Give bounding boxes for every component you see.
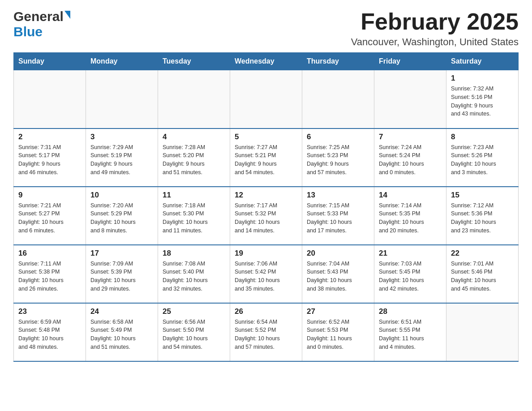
calendar-cell: 7Sunrise: 7:24 AM Sunset: 5:24 PM Daylig… (374, 128, 446, 187)
calendar-cell: 26Sunrise: 6:54 AM Sunset: 5:52 PM Dayli… (230, 303, 302, 361)
day-info: Sunrise: 7:01 AM Sunset: 5:46 PM Dayligh… (451, 260, 514, 293)
calendar-cell (14, 70, 86, 128)
calendar-cell: 5Sunrise: 7:27 AM Sunset: 5:21 PM Daylig… (230, 128, 302, 187)
calendar-week-row: 23Sunrise: 6:59 AM Sunset: 5:48 PM Dayli… (14, 303, 519, 361)
day-info: Sunrise: 6:58 AM Sunset: 5:49 PM Dayligh… (90, 318, 153, 351)
calendar-week-row: 2Sunrise: 7:31 AM Sunset: 5:17 PM Daylig… (14, 128, 519, 187)
title-block: February 2025 Vancouver, Washington, Uni… (351, 9, 519, 48)
day-info: Sunrise: 7:08 AM Sunset: 5:40 PM Dayligh… (163, 260, 225, 293)
day-info: Sunrise: 7:09 AM Sunset: 5:39 PM Dayligh… (90, 260, 153, 293)
calendar-cell: 19Sunrise: 7:06 AM Sunset: 5:42 PM Dayli… (230, 245, 302, 303)
day-number: 25 (163, 307, 225, 316)
day-info: Sunrise: 6:54 AM Sunset: 5:52 PM Dayligh… (235, 318, 297, 351)
weekday-header-row: SundayMondayTuesdayWednesdayThursdayFrid… (14, 53, 519, 70)
day-number: 12 (235, 191, 297, 200)
day-number: 1 (451, 74, 514, 83)
day-info: Sunrise: 7:20 AM Sunset: 5:29 PM Dayligh… (90, 201, 153, 235)
day-info: Sunrise: 7:18 AM Sunset: 5:30 PM Dayligh… (163, 201, 225, 235)
weekday-header-friday: Friday (374, 53, 446, 70)
day-number: 13 (307, 191, 369, 200)
day-number: 27 (307, 307, 369, 316)
day-number: 7 (379, 133, 442, 141)
calendar-table: SundayMondayTuesdayWednesdayThursdayFrid… (13, 52, 519, 362)
month-title: February 2025 (351, 9, 519, 34)
day-info: Sunrise: 6:51 AM Sunset: 5:55 PM Dayligh… (379, 318, 442, 351)
calendar-cell: 18Sunrise: 7:08 AM Sunset: 5:40 PM Dayli… (158, 245, 230, 303)
calendar-cell: 25Sunrise: 6:56 AM Sunset: 5:50 PM Dayli… (158, 303, 230, 361)
calendar-cell: 10Sunrise: 7:20 AM Sunset: 5:29 PM Dayli… (86, 187, 158, 245)
day-info: Sunrise: 7:31 AM Sunset: 5:17 PM Dayligh… (18, 143, 81, 177)
calendar-cell: 14Sunrise: 7:14 AM Sunset: 5:35 PM Dayli… (374, 187, 446, 245)
calendar-cell: 13Sunrise: 7:15 AM Sunset: 5:33 PM Dayli… (302, 187, 374, 245)
day-info: Sunrise: 7:06 AM Sunset: 5:42 PM Dayligh… (235, 260, 297, 293)
calendar-cell: 28Sunrise: 6:51 AM Sunset: 5:55 PM Dayli… (374, 303, 446, 361)
calendar-cell: 6Sunrise: 7:25 AM Sunset: 5:23 PM Daylig… (302, 128, 374, 187)
calendar-cell: 4Sunrise: 7:28 AM Sunset: 5:20 PM Daylig… (158, 128, 230, 187)
calendar-cell: 16Sunrise: 7:11 AM Sunset: 5:38 PM Dayli… (14, 245, 86, 303)
day-info: Sunrise: 7:25 AM Sunset: 5:23 PM Dayligh… (307, 143, 369, 177)
day-number: 5 (235, 133, 297, 141)
day-info: Sunrise: 7:11 AM Sunset: 5:38 PM Dayligh… (18, 260, 81, 293)
day-number: 10 (90, 191, 153, 200)
calendar-cell: 2Sunrise: 7:31 AM Sunset: 5:17 PM Daylig… (14, 128, 86, 187)
calendar-cell: 3Sunrise: 7:29 AM Sunset: 5:19 PM Daylig… (86, 128, 158, 187)
day-number: 21 (379, 249, 442, 258)
calendar-cell: 23Sunrise: 6:59 AM Sunset: 5:48 PM Dayli… (14, 303, 86, 361)
day-number: 4 (163, 133, 225, 141)
day-number: 3 (90, 133, 153, 141)
day-number: 20 (307, 249, 369, 258)
calendar-cell (86, 70, 158, 128)
page-header: General Blue February 2025 Vancouver, Wa… (13, 9, 519, 48)
calendar-cell (230, 70, 302, 128)
calendar-cell (302, 70, 374, 128)
logo: General Blue (13, 9, 70, 39)
day-number: 18 (163, 249, 225, 258)
day-info: Sunrise: 7:12 AM Sunset: 5:36 PM Dayligh… (451, 201, 514, 235)
day-number: 9 (18, 191, 81, 200)
day-info: Sunrise: 7:24 AM Sunset: 5:24 PM Dayligh… (379, 143, 442, 177)
day-number: 28 (379, 307, 442, 316)
weekday-header-wednesday: Wednesday (230, 53, 302, 70)
weekday-header-tuesday: Tuesday (158, 53, 230, 70)
day-info: Sunrise: 7:23 AM Sunset: 5:26 PM Dayligh… (451, 143, 514, 177)
day-info: Sunrise: 6:56 AM Sunset: 5:50 PM Dayligh… (163, 318, 225, 351)
calendar-cell: 1Sunrise: 7:32 AM Sunset: 5:16 PM Daylig… (446, 70, 519, 128)
weekday-header-sunday: Sunday (14, 53, 86, 70)
day-info: Sunrise: 7:15 AM Sunset: 5:33 PM Dayligh… (307, 201, 369, 235)
day-info: Sunrise: 6:59 AM Sunset: 5:48 PM Dayligh… (18, 318, 81, 351)
calendar-week-row: 9Sunrise: 7:21 AM Sunset: 5:27 PM Daylig… (14, 187, 519, 245)
day-info: Sunrise: 7:14 AM Sunset: 5:35 PM Dayligh… (379, 201, 442, 235)
logo-blue-text: Blue (13, 24, 43, 39)
day-info: Sunrise: 7:17 AM Sunset: 5:32 PM Dayligh… (235, 201, 297, 235)
logo-general-text: General (13, 9, 64, 24)
day-info: Sunrise: 7:03 AM Sunset: 5:45 PM Dayligh… (379, 260, 442, 293)
day-number: 14 (379, 191, 442, 200)
calendar-cell: 22Sunrise: 7:01 AM Sunset: 5:46 PM Dayli… (446, 245, 519, 303)
location-subtitle: Vancouver, Washington, United States (351, 36, 519, 48)
day-number: 22 (451, 249, 514, 258)
day-number: 19 (235, 249, 297, 258)
calendar-cell: 15Sunrise: 7:12 AM Sunset: 5:36 PM Dayli… (446, 187, 519, 245)
day-number: 15 (451, 191, 514, 200)
day-number: 6 (307, 133, 369, 141)
calendar-cell: 9Sunrise: 7:21 AM Sunset: 5:27 PM Daylig… (14, 187, 86, 245)
weekday-header-thursday: Thursday (302, 53, 374, 70)
day-number: 8 (451, 133, 514, 141)
day-info: Sunrise: 7:27 AM Sunset: 5:21 PM Dayligh… (235, 143, 297, 177)
calendar-cell: 8Sunrise: 7:23 AM Sunset: 5:26 PM Daylig… (446, 128, 519, 187)
calendar-cell: 24Sunrise: 6:58 AM Sunset: 5:49 PM Dayli… (86, 303, 158, 361)
calendar-cell (374, 70, 446, 128)
day-info: Sunrise: 7:29 AM Sunset: 5:19 PM Dayligh… (90, 143, 153, 177)
day-number: 24 (90, 307, 153, 316)
calendar-cell: 17Sunrise: 7:09 AM Sunset: 5:39 PM Dayli… (86, 245, 158, 303)
day-number: 23 (18, 307, 81, 316)
logo-triangle-icon (64, 11, 70, 19)
weekday-header-saturday: Saturday (446, 53, 519, 70)
day-info: Sunrise: 7:21 AM Sunset: 5:27 PM Dayligh… (18, 201, 81, 235)
calendar-cell: 20Sunrise: 7:04 AM Sunset: 5:43 PM Dayli… (302, 245, 374, 303)
day-number: 26 (235, 307, 297, 316)
calendar-cell: 12Sunrise: 7:17 AM Sunset: 5:32 PM Dayli… (230, 187, 302, 245)
day-number: 11 (163, 191, 225, 200)
day-info: Sunrise: 6:52 AM Sunset: 5:53 PM Dayligh… (307, 318, 369, 351)
calendar-cell: 21Sunrise: 7:03 AM Sunset: 5:45 PM Dayli… (374, 245, 446, 303)
